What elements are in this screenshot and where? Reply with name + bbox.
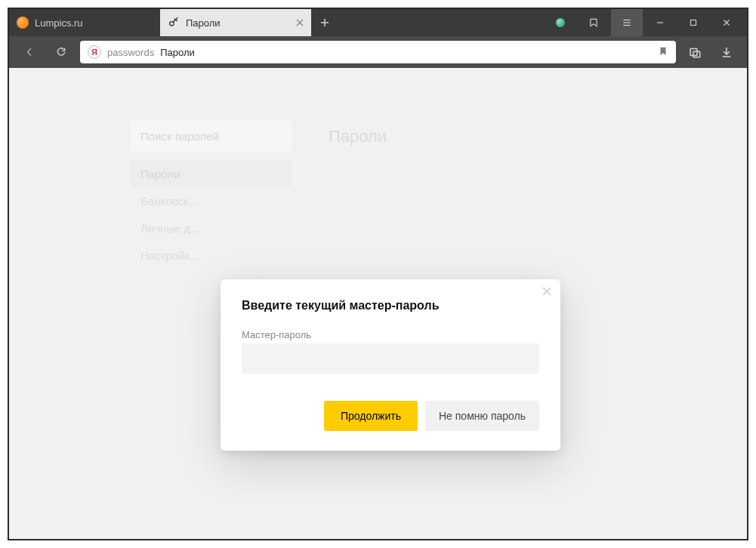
address-bar: Я passwords Пароли bbox=[9, 36, 747, 68]
tab-label: Lumpics.ru bbox=[35, 17, 83, 29]
downloads-button[interactable] bbox=[714, 39, 739, 65]
tab-passwords[interactable]: Пароли bbox=[160, 9, 311, 36]
key-icon bbox=[168, 17, 180, 29]
master-password-label: Мастер-пароль bbox=[242, 329, 539, 340]
new-tab-button[interactable] bbox=[311, 9, 338, 36]
account-avatar[interactable] bbox=[545, 9, 576, 36]
window-maximize-button[interactable] bbox=[677, 9, 709, 36]
menu-button[interactable] bbox=[611, 9, 643, 36]
omnibox[interactable]: Я passwords Пароли bbox=[80, 41, 676, 63]
extensions-button[interactable] bbox=[682, 39, 708, 65]
yandex-icon: Я bbox=[88, 45, 101, 59]
tab-lumpics[interactable]: Lumpics.ru bbox=[9, 9, 160, 36]
back-button[interactable] bbox=[17, 39, 42, 65]
continue-button[interactable]: Продолжить bbox=[324, 401, 418, 431]
master-password-input[interactable] bbox=[242, 343, 539, 374]
forgot-password-button[interactable]: Не помню пароль bbox=[425, 401, 539, 431]
collections-button[interactable] bbox=[578, 9, 609, 36]
avatar-icon bbox=[556, 18, 565, 27]
reload-button[interactable] bbox=[48, 39, 74, 65]
tab-strip: Lumpics.ru Пароли bbox=[9, 9, 747, 36]
page-content: Поиск паролей Пароли Банковск… Личные д… bbox=[9, 68, 747, 539]
window-minimize-button[interactable] bbox=[644, 9, 676, 36]
omnibox-path: passwords bbox=[107, 47, 154, 58]
dialog-close-button[interactable] bbox=[542, 287, 551, 298]
window-close-button[interactable] bbox=[711, 9, 742, 36]
tab-favicon-lumpics bbox=[17, 17, 29, 29]
master-password-dialog: Введите текущий мастер-пароль Мастер-пар… bbox=[221, 279, 560, 451]
svg-rect-1 bbox=[691, 20, 696, 26]
dialog-title: Введите текущий мастер-пароль bbox=[242, 299, 539, 312]
tab-label: Пароли bbox=[186, 17, 221, 29]
tab-close-button[interactable] bbox=[296, 17, 304, 29]
omnibox-title: Пароли bbox=[160, 47, 195, 58]
svg-point-0 bbox=[170, 22, 174, 26]
bookmark-icon[interactable] bbox=[658, 46, 668, 59]
